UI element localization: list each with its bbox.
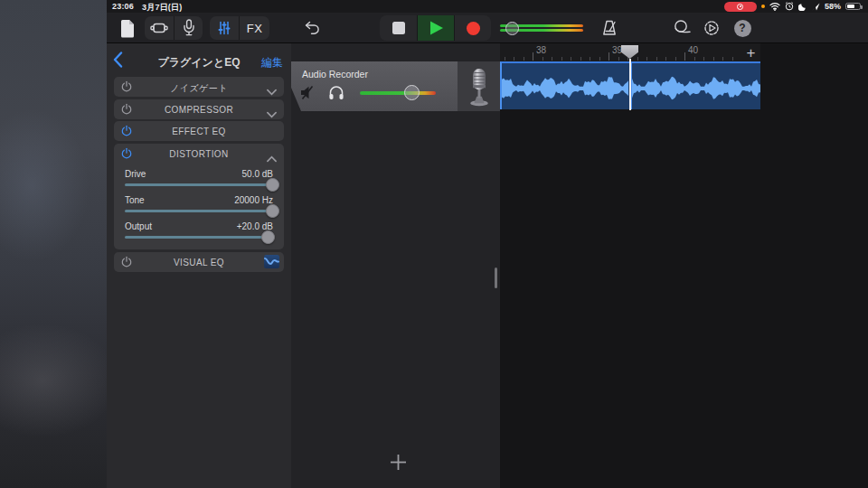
chevron-up-icon: [267, 150, 277, 166]
help-icon: ?: [734, 20, 751, 37]
mic-in-use-dot: [761, 5, 765, 8]
play-icon: [429, 20, 444, 36]
param-value: 50.0 dB: [242, 169, 273, 179]
param-value: 20000 Hz: [234, 195, 273, 205]
fx-button[interactable]: FX: [239, 16, 269, 40]
vintage-mic-icon: [467, 65, 492, 108]
location-icon: [812, 3, 820, 11]
headphones-icon: [328, 85, 344, 100]
master-level-slider[interactable]: [500, 24, 583, 33]
timeline[interactable]: 383940 +: [500, 43, 868, 488]
settings-button[interactable]: [700, 13, 723, 43]
level-slider-knob[interactable]: [505, 22, 519, 35]
plugin-row-effect-eq[interactable]: EFFECT EQ: [114, 121, 284, 141]
record-icon: [467, 22, 480, 35]
plugins-eq-panel: プラグインとEQ 編集 ノイズゲート COMPRESSOR: [107, 43, 291, 488]
view-mode-segment: [145, 16, 203, 40]
battery-icon: [845, 3, 861, 11]
playhead-line: [629, 59, 631, 110]
ruler-add-button[interactable]: +: [743, 45, 759, 61]
mixer-sliders-icon: [217, 21, 231, 35]
play-button[interactable]: [417, 15, 454, 41]
panel-header: プラグインとEQ 編集: [107, 43, 291, 76]
instrument-view-button[interactable]: [174, 16, 203, 40]
wifi-icon: [769, 2, 780, 11]
document-button[interactable]: [116, 13, 139, 43]
audio-region-right[interactable]: [630, 61, 760, 109]
track-icon-cell[interactable]: [458, 61, 500, 111]
track-view-button[interactable]: [145, 16, 174, 40]
add-track-button[interactable]: [386, 450, 410, 474]
tone-slider-knob[interactable]: [266, 204, 279, 218]
track-volume-slider[interactable]: [360, 91, 436, 95]
metronome-button[interactable]: [598, 13, 621, 43]
help-button[interactable]: ?: [731, 13, 754, 43]
chevron-down-icon: [267, 106, 277, 122]
monitor-button[interactable]: [328, 85, 344, 104]
plus-icon: [390, 454, 407, 471]
undo-icon: [303, 20, 321, 36]
track-name: Audio Recorder: [302, 69, 368, 80]
controls-fx-segment: FX: [210, 16, 269, 40]
moon-icon: [798, 2, 807, 11]
track-view-icon: [150, 22, 168, 34]
vertical-scrollbar[interactable]: [495, 267, 497, 288]
loop-browser-button[interactable]: [669, 13, 693, 43]
track-area: Audio Recorder: [291, 43, 500, 488]
microphone-icon: [183, 19, 195, 37]
alarm-icon: [785, 2, 794, 11]
undo-button[interactable]: [300, 13, 324, 43]
status-bar: 23:06 3月7日(日) 58%: [107, 0, 868, 13]
app-window: 23:06 3月7日(日) 58%: [107, 0, 868, 488]
stop-icon: [392, 22, 405, 34]
garageband-screen: 23:06 3月7日(日) 58%: [0, 0, 868, 488]
plugin-card-distortion: DISTORTION Drive 50.0 dB Tone 20000 Hz: [114, 144, 284, 249]
edit-button[interactable]: 編集: [261, 55, 283, 70]
screen-recording-pill[interactable]: [724, 2, 757, 12]
plugin-row-distortion[interactable]: DISTORTION: [114, 144, 284, 164]
track-header[interactable]: Audio Recorder: [291, 61, 500, 111]
mute-speaker-icon: [300, 85, 317, 100]
track-volume-knob[interactable]: [404, 85, 420, 100]
mute-button[interactable]: [300, 85, 317, 104]
transport-controls: [380, 15, 491, 41]
settings-gear-icon: [703, 19, 721, 37]
drive-slider[interactable]: [125, 183, 273, 186]
record-button[interactable]: [454, 15, 491, 41]
mixer-controls-button[interactable]: [210, 16, 239, 40]
document-icon: [120, 19, 136, 38]
plugin-row-visual-eq[interactable]: VISUAL EQ: [114, 252, 284, 272]
plugin-row-noise-gate[interactable]: ノイズゲート: [114, 77, 284, 97]
eq-curve-thumbnail: [264, 255, 279, 268]
output-slider[interactable]: [125, 236, 273, 239]
drive-slider-knob[interactable]: [266, 178, 279, 192]
toolbar: FX: [107, 13, 868, 43]
fx-label: FX: [247, 22, 263, 35]
loop-browser-icon: [671, 19, 692, 37]
plugin-row-compressor[interactable]: COMPRESSOR: [114, 99, 284, 119]
output-slider-knob[interactable]: [261, 230, 275, 244]
battery-percent: 58%: [825, 2, 841, 11]
stop-button[interactable]: [380, 15, 417, 41]
chevron-down-icon: [267, 83, 277, 99]
metronome-icon: [600, 19, 619, 37]
blurred-background: [0, 0, 107, 488]
tone-slider[interactable]: [125, 210, 273, 212]
audio-region-left[interactable]: [500, 61, 629, 109]
header-wedge: [291, 88, 301, 111]
